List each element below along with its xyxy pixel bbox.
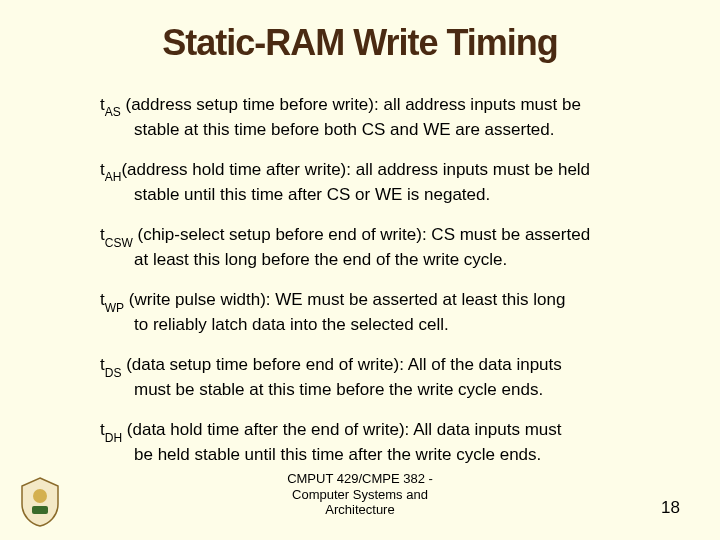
param-desc-first: WE must be asserted at least this long	[271, 290, 566, 309]
symbol: tAS	[100, 95, 121, 114]
subscript: AS	[105, 105, 121, 119]
param-desc-first: All of the data inputs	[404, 355, 562, 374]
param-desc-first: all address inputs must be	[379, 95, 581, 114]
param-label: (data hold time after the end of write):	[127, 420, 410, 439]
param-label: (data setup time before end of write):	[126, 355, 404, 374]
subscript: DH	[105, 431, 122, 445]
symbol: tAH	[100, 160, 121, 179]
param-twp: tWP (write pulse width): WE must be asse…	[100, 289, 660, 336]
symbol: tWP	[100, 290, 124, 309]
slide: Static-RAM Write Timing tAS (address set…	[0, 0, 720, 540]
param-desc-rest: at least this long before the end of the…	[100, 249, 660, 271]
param-tdh: tDH (data hold time after the end of wri…	[100, 419, 660, 466]
subscript: WP	[105, 301, 124, 315]
param-tah: tAH(address hold time after write): all …	[100, 159, 660, 206]
param-tds: tDS (data setup time before end of write…	[100, 354, 660, 401]
param-desc-first: All data inputs must	[409, 420, 561, 439]
param-label: (chip-select setup before end of write):	[137, 225, 426, 244]
symbol: tCSW	[100, 225, 133, 244]
param-tas: tAS (address setup time before write): a…	[100, 94, 660, 141]
footer-line1: CMPUT 429/CMPE 382 -	[287, 471, 433, 486]
param-tcsw: tCSW (chip-select setup before end of wr…	[100, 224, 660, 271]
subscript: AH	[105, 170, 122, 184]
param-desc-rest: stable at this time before both CS and W…	[100, 119, 660, 141]
footer-line3: Architecture	[325, 502, 394, 517]
param-label: (address hold time after write):	[121, 160, 351, 179]
footer-text: CMPUT 429/CMPE 382 - Computer Systems an…	[0, 471, 720, 518]
param-desc-first: all address inputs must be held	[351, 160, 590, 179]
parameter-list: tAS (address setup time before write): a…	[60, 94, 660, 466]
param-desc-rest: be held stable until this time after the…	[100, 444, 660, 466]
param-desc-rest: to reliably latch data into the selected…	[100, 314, 660, 336]
param-desc-rest: stable until this time after CS or WE is…	[100, 184, 660, 206]
param-label: (write pulse width):	[129, 290, 271, 309]
footer-line2: Computer Systems and	[292, 487, 428, 502]
symbol: tDH	[100, 420, 122, 439]
param-desc-first: CS must be asserted	[427, 225, 590, 244]
page-title: Static-RAM Write Timing	[60, 22, 660, 64]
subscript: CSW	[105, 236, 133, 250]
page-number: 18	[661, 498, 680, 518]
symbol: tDS	[100, 355, 121, 374]
subscript: DS	[105, 366, 122, 380]
param-label: (address setup time before write):	[125, 95, 378, 114]
param-desc-rest: must be stable at this time before the w…	[100, 379, 660, 401]
